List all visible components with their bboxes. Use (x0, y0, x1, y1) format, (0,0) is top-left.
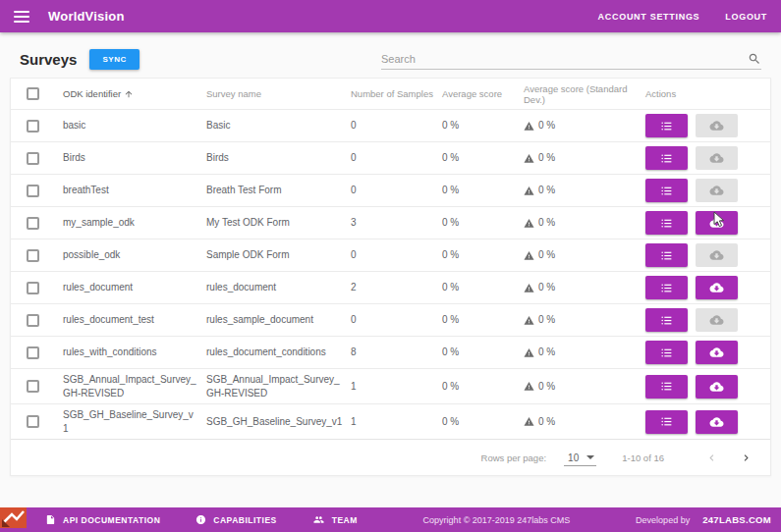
rows-per-page-select[interactable]: 10 (564, 450, 596, 466)
sync-button[interactable]: SYNC (89, 49, 139, 70)
download-button[interactable] (696, 114, 738, 137)
samples-cell: 0 (351, 115, 442, 136)
average-score-cell: 0 % (442, 411, 524, 433)
rows-per-page-label: Rows per page: (481, 452, 547, 463)
view-samples-button[interactable] (645, 375, 688, 399)
row-checkbox[interactable] (27, 346, 39, 359)
appbar-nav: ACCOUNT SETTINGS LOGOUT (598, 12, 767, 22)
view-samples-button[interactable] (645, 308, 688, 332)
view-samples-button[interactable] (645, 276, 688, 299)
average-score-cell: 0 % (442, 277, 524, 298)
samples-cell: 1 (351, 411, 442, 433)
copyright-text: Copyright © 2017-2019 247labs CMS (423, 515, 571, 525)
pagination-range: 1-10 of 16 (622, 452, 664, 463)
table-row: SGB_GH_Baseline_Survey_v1 SGB_GH_Baselin… (11, 404, 770, 440)
column-header-survey-name[interactable]: Survey name (206, 84, 351, 103)
select-all-checkbox[interactable] (27, 87, 39, 100)
samples-cell: 3 (351, 212, 442, 234)
column-header-stddev[interactable]: Average score (Standard Dev.) (524, 80, 645, 109)
warning-icon (524, 186, 534, 196)
download-button[interactable] (696, 276, 738, 299)
table-row: possible_odk Sample ODK Form 0 0 % 0 % (11, 239, 770, 272)
survey-name-cell: SGB_Annual_Impact_Survey_GH-REVISED (206, 369, 351, 403)
stddev-value: 0 % (538, 415, 555, 429)
next-page-button[interactable] (736, 448, 756, 468)
row-checkbox[interactable] (27, 217, 39, 230)
download-button[interactable] (696, 211, 738, 235)
row-checkbox[interactable] (27, 249, 39, 262)
column-header-actions: Actions (645, 84, 770, 103)
samples-cell: 1 (351, 376, 442, 398)
download-button[interactable] (696, 179, 738, 202)
view-samples-button[interactable] (645, 146, 688, 170)
table-row: basic Basic 0 0 % 0 % (11, 110, 770, 142)
stddev-value: 0 % (538, 184, 555, 197)
footer: API DOCUMENTATION CAPABILITIES TEAM Copy… (0, 507, 781, 532)
logout-button[interactable]: LOGOUT (725, 12, 767, 22)
download-button[interactable] (696, 146, 738, 170)
table-row: rules_document rules_document 2 0 % 0 % (11, 272, 770, 304)
api-documentation-link[interactable]: API DOCUMENTATION (45, 514, 160, 525)
app-bar: WorldVision ACCOUNT SETTINGS LOGOUT (0, 0, 781, 32)
app-title: WorldVision (48, 9, 125, 24)
row-checkbox[interactable] (27, 185, 39, 197)
column-header-odk-identifier[interactable]: ODK identifier (63, 84, 206, 103)
download-button[interactable] (696, 375, 738, 399)
stddev-value: 0 % (538, 346, 555, 359)
stddev-cell: 0 % (524, 342, 645, 363)
warning-icon (524, 153, 534, 164)
survey-name-cell: Breath Test Form (206, 180, 351, 201)
account-settings-button[interactable]: ACCOUNT SETTINGS (598, 12, 700, 22)
view-samples-button[interactable] (645, 114, 688, 137)
capabilities-link[interactable]: CAPABILITIES (195, 514, 276, 525)
row-checkbox[interactable] (27, 380, 39, 393)
warning-icon (524, 381, 534, 392)
survey-name-cell: rules_document (206, 277, 351, 298)
stddev-cell: 0 % (524, 244, 645, 266)
warning-icon (524, 218, 534, 229)
odk-identifier-cell: rules_document_test (63, 309, 206, 331)
view-samples-button[interactable] (645, 211, 688, 235)
table-header-row: ODK identifier Survey name Number of Sam… (11, 79, 770, 110)
odk-identifier-cell: rules_document (63, 277, 206, 298)
survey-name-cell: My Test ODK Form (206, 212, 351, 234)
stddev-value: 0 % (538, 119, 555, 133)
menu-icon[interactable] (14, 11, 29, 23)
previous-page-button[interactable] (701, 448, 722, 468)
search-box (381, 52, 761, 70)
row-checkbox[interactable] (27, 314, 39, 327)
surveys-table: ODK identifier Survey name Number of Sam… (10, 78, 771, 476)
odk-identifier-cell: SGB_Annual_Impact_Survey_GH-REVISED (63, 369, 206, 403)
samples-cell: 0 (351, 147, 442, 169)
download-button[interactable] (696, 308, 738, 332)
view-samples-button[interactable] (645, 243, 688, 267)
samples-cell: 0 (351, 244, 442, 266)
view-samples-button[interactable] (645, 179, 688, 202)
stddev-value: 0 % (538, 380, 555, 394)
stddev-cell: 0 % (524, 376, 645, 398)
download-button[interactable] (696, 341, 738, 364)
row-checkbox[interactable] (27, 415, 39, 428)
samples-cell: 0 (351, 180, 442, 201)
table-row: rules_with_conditions rules_document_con… (11, 337, 770, 369)
developer-link[interactable]: 247LABS.COM (702, 514, 771, 525)
row-checkbox[interactable] (27, 120, 39, 133)
column-header-samples[interactable]: Number of Samples (351, 84, 442, 103)
search-input[interactable] (381, 53, 748, 65)
row-checkbox[interactable] (27, 152, 39, 165)
stddev-cell: 0 % (524, 147, 645, 169)
download-button[interactable] (696, 410, 738, 434)
stddev-cell: 0 % (524, 180, 645, 201)
sort-ascending-icon (124, 89, 134, 99)
warning-icon (524, 283, 534, 293)
download-button[interactable] (696, 243, 738, 267)
odk-identifier-cell: basic (63, 115, 206, 136)
view-samples-button[interactable] (645, 410, 688, 434)
average-score-cell: 0 % (442, 180, 524, 201)
view-samples-button[interactable] (645, 341, 688, 364)
odk-identifier-cell: possible_odk (63, 244, 206, 266)
pagination-bar: Rows per page: 10 1-10 of 16 (11, 440, 770, 475)
column-header-average-score[interactable]: Average score (442, 84, 524, 103)
row-checkbox[interactable] (27, 282, 39, 294)
team-link[interactable]: TEAM (312, 514, 358, 525)
